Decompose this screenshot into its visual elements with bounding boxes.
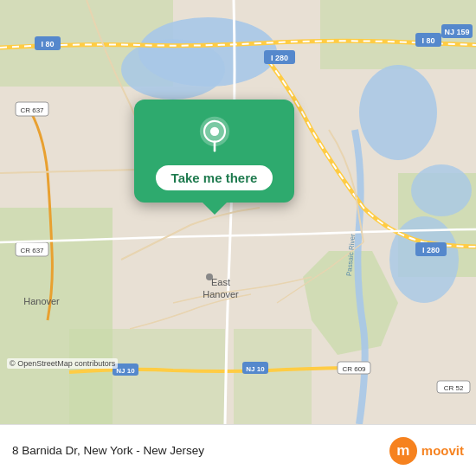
svg-text:I 80: I 80 — [421, 36, 434, 45]
bottom-bar: 8 Barnida Dr, New York - New Jersey m mo… — [0, 424, 476, 476]
svg-point-42 — [209, 127, 218, 136]
map-view[interactable]: I 80 I 80 NJ 159 I 280 I 280 CR 637 CR 6… — [0, 0, 476, 424]
moovit-icon: m — [389, 437, 417, 465]
svg-point-12 — [411, 164, 472, 216]
svg-text:East: East — [211, 277, 230, 287]
svg-text:I 280: I 280 — [271, 54, 288, 62]
svg-text:CR 637: CR 637 — [20, 106, 44, 114]
svg-point-38 — [206, 273, 213, 280]
svg-point-9 — [121, 39, 225, 100]
svg-text:CR 52: CR 52 — [444, 384, 464, 392]
svg-point-10 — [359, 65, 437, 160]
svg-text:Hanover: Hanover — [203, 289, 239, 299]
svg-text:CR 637: CR 637 — [20, 247, 44, 254]
svg-rect-4 — [69, 329, 225, 424]
svg-text:CR 609: CR 609 — [342, 365, 366, 373]
svg-text:NJ 10: NJ 10 — [246, 365, 265, 373]
svg-rect-7 — [234, 329, 312, 424]
svg-text:NJ 159: NJ 159 — [444, 28, 469, 36]
map-attribution: © OpenStreetMap contributors — [7, 358, 118, 369]
svg-text:I 280: I 280 — [422, 246, 440, 254]
address-label: 8 Barnida Dr, New York - New Jersey — [12, 444, 204, 457]
moovit-logo: m moovit — [389, 437, 464, 465]
location-popup: Take me there — [134, 100, 294, 203]
svg-text:NJ 10: NJ 10 — [116, 367, 135, 375]
moovit-label: moovit — [421, 443, 464, 458]
svg-text:I 80: I 80 — [41, 40, 54, 48]
location-pin-icon — [194, 115, 235, 157]
take-me-there-button[interactable]: Take me there — [156, 165, 273, 190]
svg-text:Hanover: Hanover — [23, 296, 60, 306]
